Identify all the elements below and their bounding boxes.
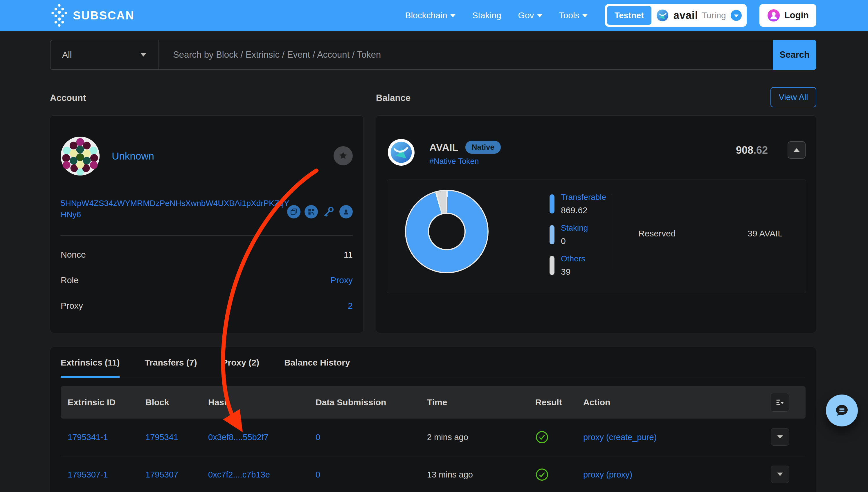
cell-time: 2 mins ago xyxy=(427,419,468,456)
success-check-icon xyxy=(535,468,549,481)
result-success-badge xyxy=(535,456,549,492)
cell-extrinsic-id-link[interactable]: 1795307-1 xyxy=(68,456,108,492)
balance-donut-chart xyxy=(406,191,487,272)
expand-row-button[interactable] xyxy=(771,428,789,446)
column-header-extrinsic-id: Extrinsic ID xyxy=(68,386,116,419)
account-section-title: Account xyxy=(50,93,86,103)
account-detail-button[interactable] xyxy=(339,205,353,218)
activity-card: Extrinsics (11) Transfers (7) Proxy (2) … xyxy=(50,347,816,492)
view-all-button[interactable]: View All xyxy=(771,87,816,107)
tab-extrinsics[interactable]: Extrinsics (11) xyxy=(61,347,120,378)
testnet-toggle[interactable]: Testnet xyxy=(607,6,652,25)
column-header-action: Action xyxy=(583,386,610,419)
collapse-row-button[interactable] xyxy=(788,141,805,159)
tab-transfers[interactable]: Transfers (7) xyxy=(145,347,197,378)
table-header: Extrinsic ID Block Hash Data Submission … xyxy=(61,386,805,419)
table-filter-button[interactable] xyxy=(770,393,789,412)
balance-card: AVAIL Native #Native Token 908.62 Transf… xyxy=(376,116,816,333)
column-header-time: Time xyxy=(427,386,447,419)
cell-hash-link[interactable]: 0x3ef8....55b2f7 xyxy=(208,419,268,456)
search-input[interactable] xyxy=(159,40,773,69)
divider xyxy=(611,194,611,269)
cell-block-link[interactable]: 1795341 xyxy=(145,419,178,456)
tabs: Extrinsics (11) Transfers (7) Proxy (2) … xyxy=(61,347,805,378)
donut-hole xyxy=(429,214,465,249)
search-button[interactable]: Search xyxy=(773,40,816,70)
chevron-down-icon xyxy=(582,14,588,18)
column-header-data-submission: Data Submission xyxy=(315,386,386,419)
nav-item-gov[interactable]: Gov xyxy=(518,10,542,20)
nav-item-blockchain[interactable]: Blockchain xyxy=(405,10,455,20)
nav-item-staking[interactable]: Staking xyxy=(472,10,501,20)
reserved-row: Reserved 39 AVAIL xyxy=(638,228,783,239)
expand-row-button[interactable] xyxy=(771,466,789,483)
account-field-nonce: Nonce 11 xyxy=(61,250,353,260)
nav-menu: Blockchain Staking Gov Tools xyxy=(405,10,587,20)
nav-item-tools[interactable]: Tools xyxy=(559,10,588,20)
legend-item-transferable: Transferable 869.62 xyxy=(549,193,606,215)
token-symbol: AVAIL xyxy=(429,142,459,153)
legend-swatch xyxy=(549,225,555,244)
cell-action-link[interactable]: proxy (create_pure) xyxy=(583,419,657,456)
triangle-down-icon xyxy=(777,472,783,476)
network-switcher[interactable]: Testnet avail Turing xyxy=(605,4,747,27)
copy-address-button[interactable] xyxy=(287,205,301,218)
cell-block-link[interactable]: 1795307 xyxy=(145,456,178,492)
column-header-block: Block xyxy=(145,386,169,419)
chat-bubble-icon xyxy=(833,401,851,419)
qr-code-icon xyxy=(307,208,315,216)
person-icon xyxy=(342,208,350,216)
subscan-logo[interactable]: SUBSCAN xyxy=(51,3,134,28)
token-amount: 908.62 xyxy=(736,144,768,156)
legend-swatch xyxy=(549,194,555,214)
star-icon xyxy=(338,151,348,161)
copy-icon xyxy=(290,208,298,216)
favorite-star-button[interactable] xyxy=(333,146,353,165)
native-token-tag-link[interactable]: #Native Token xyxy=(429,157,479,166)
brand-name: SUBSCAN xyxy=(73,9,134,22)
key-icon xyxy=(323,206,335,218)
cell-data-submission-link[interactable]: 0 xyxy=(315,456,320,492)
subscan-logo-icon xyxy=(51,3,68,28)
tab-proxy[interactable]: Proxy (2) xyxy=(222,347,259,378)
chain-select-chevron-icon[interactable] xyxy=(731,10,742,21)
filter-sort-icon xyxy=(775,397,785,407)
chevron-down-icon xyxy=(450,14,455,18)
navbar: SUBSCAN Blockchain Staking Gov Tools Tes… xyxy=(0,0,868,31)
balance-chart-panel: Transferable 869.62 Staking 0 Others 39 xyxy=(387,179,806,293)
cell-hash-link[interactable]: 0xc7f2....c7b13e xyxy=(208,456,270,492)
cell-time: 13 mins ago xyxy=(427,456,473,492)
account-identicon xyxy=(61,137,99,175)
account-card: Unknown 5HNpW4ZS34zWYMRMDzPeNHsXwnbW4UXB… xyxy=(50,116,363,333)
native-badge: Native xyxy=(465,141,501,154)
key-derivation-button[interactable] xyxy=(322,205,335,218)
account-display-name[interactable]: Unknown xyxy=(112,150,154,162)
account-field-proxy: Proxy 2 xyxy=(61,301,353,311)
cell-action-link[interactable]: proxy (proxy) xyxy=(583,456,632,492)
qr-code-button[interactable] xyxy=(305,205,318,218)
success-check-icon xyxy=(535,430,549,444)
table-row: 1795307-1 1795307 0xc7f2....c7b13e 0 13 … xyxy=(61,456,805,492)
global-search-bar: All Search xyxy=(50,40,816,70)
cell-extrinsic-id-link[interactable]: 1795341-1 xyxy=(68,419,108,456)
search-filter-select[interactable]: All xyxy=(50,40,159,69)
column-header-hash: Hash xyxy=(208,386,229,419)
cell-data-submission-link[interactable]: 0 xyxy=(315,419,320,456)
account-address[interactable]: 5HNpW4ZS34zWYMRMDzPeNHsXwnbW4UXBAi1pXdrP… xyxy=(61,198,293,220)
triangle-down-icon xyxy=(777,435,783,439)
column-header-result: Result xyxy=(535,386,562,419)
login-button[interactable]: Login xyxy=(759,4,816,27)
legend-item-staking: Staking 0 xyxy=(549,223,588,246)
tab-balance-history[interactable]: Balance History xyxy=(284,347,350,378)
result-success-badge xyxy=(535,419,549,456)
avail-token-logo xyxy=(388,139,415,166)
triangle-up-icon xyxy=(793,148,800,152)
avail-logo-icon xyxy=(656,9,669,22)
divider xyxy=(61,235,353,236)
account-field-role: Role Proxy xyxy=(61,275,353,285)
support-chat-button[interactable] xyxy=(826,395,858,426)
chain-name: Turing xyxy=(702,10,726,20)
legend-swatch xyxy=(549,256,555,275)
table-row: 1795341-1 1795341 0x3ef8....55b2f7 0 2 m… xyxy=(61,419,805,456)
user-avatar-icon xyxy=(767,9,780,22)
